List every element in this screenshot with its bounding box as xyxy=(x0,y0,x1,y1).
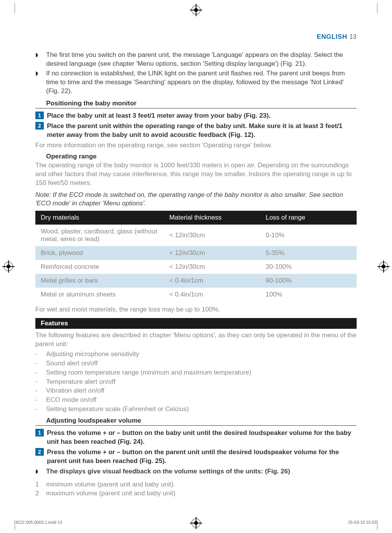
section-heading-features: Features xyxy=(35,318,357,329)
heading-rule xyxy=(35,425,357,426)
features-list: -Adjusting microphone sensitivity -Sound… xyxy=(35,350,357,414)
heading-positioning: Positioning the baby monitor xyxy=(46,100,357,107)
table-row: Metal or aluminum sheets < 0.4in/1cm 100… xyxy=(35,288,357,301)
volume-bullet: ◗ The displays give visual feedback on t… xyxy=(35,467,357,476)
footer-timestamp: 25-03-10 15:03 xyxy=(348,520,377,525)
dash-icon: - xyxy=(35,405,46,414)
dash-icon: - xyxy=(35,350,46,359)
step-item: 1 Press the volume + or – button on the … xyxy=(35,429,357,446)
table-cell: < 12in/30cm xyxy=(164,246,260,260)
table-cell: Wood, plaster, cardboard, glass (without… xyxy=(35,225,164,246)
note-text: Note: If the ECO mode is switched on, th… xyxy=(35,191,357,208)
page-content: ENGLISH13 ◗ The first time you switch on… xyxy=(35,23,357,510)
list-item: Sound alert on/off xyxy=(46,359,98,368)
list-number: 2 xyxy=(35,489,46,498)
table-cell: Brick, plywood xyxy=(35,246,164,260)
print-footer: 4222.005.0003.1.indd 13 25-03-10 15:03 xyxy=(15,520,377,525)
body-text: The following features are described in … xyxy=(35,331,357,349)
body-text: For more information on the operating ra… xyxy=(35,141,357,150)
bullet-icon: ◗ xyxy=(35,467,46,476)
list-item: ECO mode on/off xyxy=(46,395,96,405)
heading-volume: Adjusting loudspeaker volume xyxy=(46,417,357,425)
step-text: Press the volume + or – button on the pa… xyxy=(47,448,357,466)
table-row: Reinforced concrete < 12in/30cm 30-100% xyxy=(35,260,357,274)
table-cell: < 12in/30cm xyxy=(164,225,260,246)
dash-icon: - xyxy=(35,386,46,395)
step-text: Press the volume + or – button on the ba… xyxy=(47,429,357,446)
table-header: Dry materials xyxy=(35,211,164,225)
step-item: 2 Press the volume + or – button on the … xyxy=(35,448,357,466)
volume-numbered-list: 1minimum volume (parent unit and baby un… xyxy=(35,480,357,498)
dash-icon: - xyxy=(35,395,46,405)
bullet-text: The displays give visual feedback on the… xyxy=(46,467,357,476)
list-item: Vibration alert on/off xyxy=(46,386,105,395)
step-number-badge: 2 xyxy=(35,122,44,130)
bullet-icon: ◗ xyxy=(35,51,46,68)
table-cell: < 0.4in/1cm xyxy=(164,288,260,301)
list-number: 1 xyxy=(35,480,46,489)
table-cell: 90-100% xyxy=(260,274,357,288)
step-number-badge: 1 xyxy=(35,112,44,119)
table-cell: Metal grilles or bars xyxy=(35,274,164,288)
dash-icon: - xyxy=(35,359,46,368)
table-cell: 30-100% xyxy=(260,260,357,274)
bullet-text: The first time you switch on the parent … xyxy=(46,51,357,68)
page-number: 13 xyxy=(349,33,357,40)
step-text: Place the parent unit within the operati… xyxy=(47,122,357,140)
step-number-badge: 2 xyxy=(35,448,44,456)
table-cell: 5-35% xyxy=(260,246,357,260)
step-number-badge: 1 xyxy=(35,429,44,436)
table-row: Metal grilles or bars < 0.4in/1cm 90-100… xyxy=(35,274,357,288)
list-item: maximum volume (parent unit and baby uni… xyxy=(46,489,175,498)
table-header: Loss of range xyxy=(260,211,357,225)
table-cell: < 12in/30cm xyxy=(164,260,260,274)
registration-mark-top xyxy=(191,5,201,15)
list-item: minimum volume (parent unit and baby uni… xyxy=(46,480,174,489)
running-head: ENGLISH13 xyxy=(35,33,357,41)
table-header: Material thickness xyxy=(164,211,260,225)
body-text: For wet and moist materials, the range l… xyxy=(35,305,357,314)
dash-icon: - xyxy=(35,377,46,386)
registration-mark-right xyxy=(379,262,388,271)
bullet-icon: ◗ xyxy=(35,69,46,96)
list-item: Adjusting microphone sensitivity xyxy=(46,350,139,359)
intro-bullet-list: ◗ The first time you switch on the paren… xyxy=(35,51,357,96)
dash-icon: - xyxy=(35,368,46,377)
step-item: 2 Place the parent unit within the opera… xyxy=(35,122,357,140)
list-item: Temperature alert on/off xyxy=(46,377,115,386)
bullet-text: If no connection is established, the LIN… xyxy=(46,69,357,96)
heading-operating-range: Operating range xyxy=(46,153,357,160)
heading-rule xyxy=(35,108,357,108)
table-row: Wood, plaster, cardboard, glass (without… xyxy=(35,225,357,246)
body-text: The operating range of the baby monitor … xyxy=(35,161,357,188)
step-item: 1 Place the baby unit at least 3 feet/1 … xyxy=(35,112,357,120)
step-text: Place the baby unit at least 3 feet/1 me… xyxy=(47,112,357,120)
materials-table: Dry materials Material thickness Loss of… xyxy=(35,211,357,301)
table-cell: 100% xyxy=(260,288,357,301)
language-label: ENGLISH xyxy=(317,33,347,40)
table-cell: < 0.4in/1cm xyxy=(164,274,260,288)
table-row: Brick, plywood < 12in/30cm 5-35% xyxy=(35,246,357,260)
list-item: Setting room temperature range (minimum … xyxy=(46,368,251,377)
table-cell: Metal or aluminum sheets xyxy=(35,288,164,301)
registration-mark-left xyxy=(4,262,13,271)
list-item: Setting temperature scale (Fahrenheit or… xyxy=(46,405,189,414)
table-cell: Reinforced concrete xyxy=(35,260,164,274)
table-cell: 0-10% xyxy=(260,225,357,246)
footer-file: 4222.005.0003.1.indd 13 xyxy=(15,520,62,525)
